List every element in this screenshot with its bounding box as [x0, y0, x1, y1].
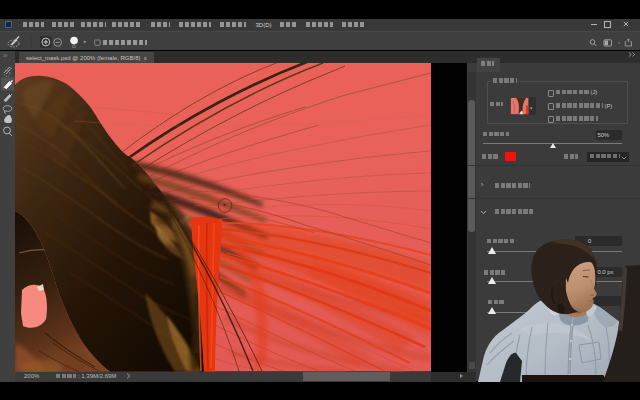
svg-text:15: 15 [72, 45, 76, 49]
